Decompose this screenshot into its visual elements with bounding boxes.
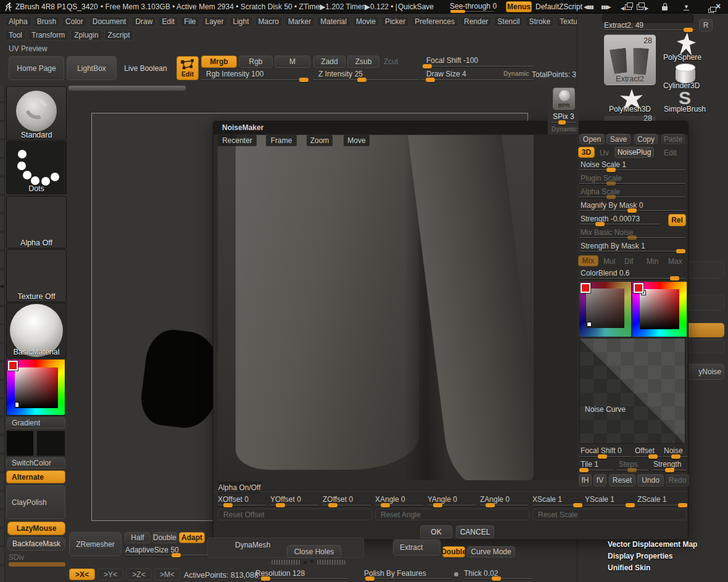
curve-mode-button[interactable]: Curve Mode bbox=[467, 546, 515, 557]
sv-square[interactable] bbox=[15, 367, 58, 408]
slider-handle[interactable] bbox=[261, 576, 270, 581]
curve-noise-slider[interactable] bbox=[663, 456, 687, 457]
redo-button[interactable]: Redo bbox=[666, 474, 689, 486]
slider-handle[interactable] bbox=[627, 468, 637, 472]
menu-render[interactable]: Render bbox=[460, 16, 492, 27]
slider-handle[interactable] bbox=[684, 28, 693, 32]
slider-handle[interactable] bbox=[433, 503, 442, 507]
undo-button[interactable]: Undo bbox=[637, 474, 664, 486]
simplebrush-label[interactable]: SimpleBrush bbox=[664, 105, 706, 113]
paste-button[interactable]: Paste bbox=[661, 134, 685, 144]
slider-handle[interactable] bbox=[665, 468, 674, 472]
ok-button[interactable]: OK bbox=[420, 525, 452, 538]
alternate-button[interactable]: Alternate bbox=[6, 470, 65, 483]
draw-size-slider[interactable] bbox=[421, 80, 534, 80]
float-panel-left-icon[interactable]: ◀ bbox=[621, 4, 632, 11]
quicksave-button[interactable]: QuickSave bbox=[398, 2, 434, 11]
open-button[interactable]: Open bbox=[579, 134, 605, 144]
sv-square[interactable] bbox=[586, 289, 624, 328]
secondary-color-swatch[interactable] bbox=[36, 430, 65, 456]
noise-color2-picker[interactable] bbox=[632, 282, 687, 337]
yscale-slider[interactable] bbox=[585, 505, 633, 506]
menu-stroke[interactable]: Stroke bbox=[525, 16, 554, 27]
canvas-top-scrollbar[interactable] bbox=[68, 86, 186, 91]
draw-size-dynamic-label[interactable]: Dynamic bbox=[503, 70, 529, 77]
menu-vector-displacement-map[interactable]: Vector Displacement Map bbox=[608, 540, 697, 549]
slider-handle[interactable] bbox=[670, 276, 679, 281]
extract-slider[interactable] bbox=[603, 30, 696, 30]
next-document-icon[interactable]: ▮▮▮▶ bbox=[601, 4, 610, 10]
xscale-slider[interactable] bbox=[532, 505, 581, 506]
slider-handle[interactable] bbox=[573, 503, 582, 507]
reset-button[interactable]: Reset bbox=[609, 474, 635, 486]
polish-by-features-slider[interactable] bbox=[364, 578, 452, 579]
subdivision-stepper[interactable]: ▲ ▼ bbox=[271, 559, 345, 565]
stepper-stripe[interactable] bbox=[271, 560, 300, 565]
brush-thumbnail-standard[interactable]: Standard bbox=[6, 86, 67, 141]
blend-tab-dif[interactable]: Dif bbox=[624, 257, 634, 266]
slider-handle[interactable] bbox=[579, 468, 589, 472]
mode-3d-button[interactable]: 3D bbox=[578, 147, 595, 158]
rgb-button[interactable]: Rgb bbox=[239, 55, 273, 68]
menu-picker[interactable]: Picker bbox=[381, 16, 409, 27]
sdiv-slider[interactable] bbox=[9, 562, 65, 567]
lightbox-button[interactable]: LightBox bbox=[67, 56, 117, 80]
resolution-slider[interactable] bbox=[255, 578, 348, 579]
menu-color[interactable]: Color bbox=[62, 16, 87, 27]
live-boolean-button[interactable]: Live Boolean bbox=[119, 56, 172, 80]
recenter-button[interactable]: Recenter bbox=[218, 135, 257, 146]
minimize-icon[interactable]: ▼ bbox=[684, 4, 689, 10]
stepper-stripe[interactable] bbox=[317, 560, 345, 565]
colorblend-slider[interactable] bbox=[579, 278, 685, 279]
menu-draw[interactable]: Draw bbox=[131, 16, 156, 27]
dialog-title-bar[interactable]: NoiseMaker bbox=[213, 121, 688, 134]
main-color-swatch[interactable] bbox=[6, 430, 34, 456]
reset-offset-button[interactable]: Reset Offset bbox=[218, 509, 372, 520]
slider-handle[interactable] bbox=[365, 576, 374, 581]
stepper-down-icon[interactable]: ▼ bbox=[309, 559, 315, 565]
menu-edit[interactable]: Edit bbox=[158, 16, 178, 27]
menu-alpha[interactable]: Alpha bbox=[5, 16, 31, 27]
blend-tab-mul[interactable]: Mul bbox=[603, 257, 615, 266]
slider-handle[interactable] bbox=[426, 78, 435, 82]
menu-transform[interactable]: Transform bbox=[28, 30, 68, 41]
stroke-thumbnail-dots[interactable]: Dots bbox=[6, 141, 67, 194]
menu-preferences[interactable]: Preferences bbox=[411, 16, 458, 27]
slider-handle[interactable] bbox=[676, 249, 685, 253]
xangle-slider[interactable] bbox=[375, 505, 423, 506]
menu-macro[interactable]: Macro bbox=[255, 16, 283, 27]
menu-marker[interactable]: Marker bbox=[284, 16, 315, 27]
thick-slider[interactable] bbox=[464, 578, 532, 579]
sv-square[interactable] bbox=[640, 289, 679, 329]
strength-by-mask-slider[interactable] bbox=[579, 251, 685, 252]
mrgb-button[interactable]: Mrgb bbox=[201, 55, 237, 68]
curve-offset-slider[interactable] bbox=[634, 456, 661, 457]
slider-handle[interactable] bbox=[598, 454, 607, 459]
slider-handle[interactable] bbox=[492, 576, 501, 581]
reset-angle-button[interactable]: Reset Angle bbox=[375, 509, 529, 520]
yoffset-slider[interactable] bbox=[270, 505, 318, 506]
slider-handle[interactable] bbox=[423, 64, 432, 68]
menu-light[interactable]: Light bbox=[230, 16, 253, 27]
rel-button[interactable]: Rel bbox=[668, 214, 686, 226]
panel-fragment-orange-button[interactable] bbox=[689, 323, 724, 337]
prev-document-icon[interactable]: ◀▮▮▮ bbox=[584, 4, 593, 10]
menu-file[interactable]: File bbox=[180, 16, 199, 27]
yangle-slider[interactable] bbox=[428, 505, 476, 506]
slider-handle[interactable] bbox=[678, 503, 687, 507]
by-noise-button-partial[interactable]: yNoise bbox=[682, 364, 724, 380]
default-zscript-button[interactable]: DefaultZScript bbox=[536, 2, 582, 11]
slider-handle[interactable] bbox=[648, 454, 658, 459]
float-panel-right-icon[interactable]: ▶ bbox=[637, 4, 648, 11]
flip-v-button[interactable]: fV bbox=[594, 474, 606, 486]
mirror-z-button[interactable]: >Z< bbox=[126, 568, 152, 580]
mirror-y-button[interactable]: >Y< bbox=[97, 568, 123, 580]
mirror-x-button[interactable]: >X< bbox=[69, 568, 95, 580]
menu-display-properties[interactable]: Display Properties bbox=[608, 552, 672, 560]
menu-zscript[interactable]: Zscript bbox=[104, 30, 134, 41]
backface-mask-button[interactable]: BackfaceMask bbox=[7, 537, 65, 551]
zoffset-slider[interactable] bbox=[323, 505, 371, 506]
active-tool-thumbnail[interactable]: 28 Extract2 bbox=[604, 35, 656, 85]
noise-scale-slider[interactable] bbox=[579, 170, 685, 170]
rgb-intensity-slider[interactable] bbox=[201, 80, 307, 80]
